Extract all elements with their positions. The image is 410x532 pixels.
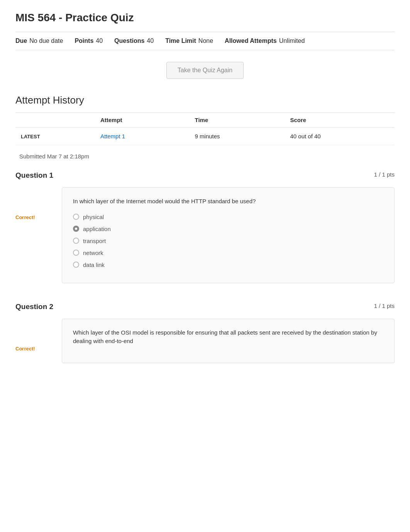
time-limit-label: Time Limit: [165, 37, 196, 44]
answer-application-text: application: [83, 226, 111, 232]
radio-application: [73, 226, 79, 232]
page-title: MIS 564 - Practice Quiz: [15, 12, 395, 24]
allowed-attempts-label: Allowed Attempts: [225, 37, 277, 44]
radio-physical: [73, 214, 79, 220]
take-quiz-container: Take the Quiz Again: [15, 62, 395, 79]
meta-allowed-attempts: Allowed Attempts Unlimited: [225, 37, 305, 44]
table-header-row: Attempt Time Score: [15, 113, 395, 127]
attempt-score: 40 out of 40: [285, 127, 395, 145]
question-1-box: In which layer of the Internet model wou…: [62, 187, 395, 283]
col-tag: [15, 113, 95, 127]
questions-value: 40: [147, 37, 154, 44]
points-label: Points: [75, 37, 93, 44]
take-quiz-button[interactable]: Take the Quiz Again: [166, 62, 244, 79]
question-1-correct-label: Correct!: [15, 214, 35, 220]
attempt-link[interactable]: Attempt 1: [100, 133, 125, 139]
question-1-title: Question 1: [15, 171, 53, 180]
meta-time-limit: Time Limit None: [165, 37, 213, 44]
answer-network-text: network: [83, 250, 103, 256]
question-1-header: Question 1 1 / 1 pts: [15, 167, 395, 184]
meta-questions: Questions 40: [114, 37, 154, 44]
radio-transport: [73, 238, 79, 244]
points-value: 40: [96, 37, 103, 44]
radio-data-link: [73, 262, 79, 268]
attempt-time: 9 minutes: [190, 127, 285, 145]
question-2-row: Correct! Which layer of the OSI model is…: [15, 319, 395, 363]
question-1-section: Question 1 1 / 1 pts Correct! In which l…: [15, 167, 395, 283]
submitted-text: Submitted Mar 7 at 2:18pm: [15, 153, 395, 160]
table-row: LATEST Attempt 1 9 minutes 40 out of 40: [15, 127, 395, 145]
answer-application: application: [73, 226, 383, 232]
due-value: No due date: [29, 37, 63, 44]
allowed-attempts-value: Unlimited: [279, 37, 305, 44]
question-2-pts: 1 / 1 pts: [374, 303, 395, 309]
answer-transport-text: transport: [83, 238, 106, 244]
col-time: Time: [190, 113, 285, 127]
question-2-header: Question 2 1 / 1 pts: [15, 299, 395, 315]
question-1-row: Correct! In which layer of the Internet …: [15, 187, 395, 283]
attempt-table: Attempt Time Score LATEST Attempt 1 9 mi…: [15, 112, 395, 145]
questions-label: Questions: [114, 37, 144, 44]
latest-label: LATEST: [21, 134, 40, 139]
col-attempt: Attempt: [95, 113, 190, 127]
question-1-pts: 1 / 1 pts: [374, 171, 395, 178]
radio-network: [73, 250, 79, 256]
meta-due: Due No due date: [15, 37, 63, 44]
question-1-text: In which layer of the Internet model wou…: [73, 197, 383, 206]
time-limit-value: None: [198, 37, 213, 44]
col-score: Score: [285, 113, 395, 127]
question-2-correct-side: Correct!: [15, 319, 39, 352]
question-2-box: Which layer of the OSI model is responsi…: [62, 319, 395, 363]
answer-data-link-text: data link: [83, 262, 105, 268]
question-2-content: Which layer of the OSI model is responsi…: [39, 319, 395, 363]
answer-transport: transport: [73, 238, 383, 244]
answer-data-link: data link: [73, 262, 383, 268]
question-1-content: In which layer of the Internet model wou…: [39, 187, 395, 283]
answer-physical: physical: [73, 214, 383, 220]
question-1-correct-side: Correct!: [15, 187, 39, 220]
question-2-section: Question 2 1 / 1 pts Correct! Which laye…: [15, 299, 395, 363]
due-label: Due: [15, 37, 27, 44]
question-2-text: Which layer of the OSI model is responsi…: [73, 328, 383, 346]
quiz-meta: Due No due date Points 40 Questions 40 T…: [15, 32, 395, 50]
answer-physical-text: physical: [83, 214, 104, 220]
answer-network: network: [73, 250, 383, 256]
attempt-history-title: Attempt History: [15, 94, 395, 106]
question-2-correct-label: Correct!: [15, 346, 35, 352]
question-2-title: Question 2: [15, 303, 53, 311]
meta-points: Points 40: [75, 37, 103, 44]
